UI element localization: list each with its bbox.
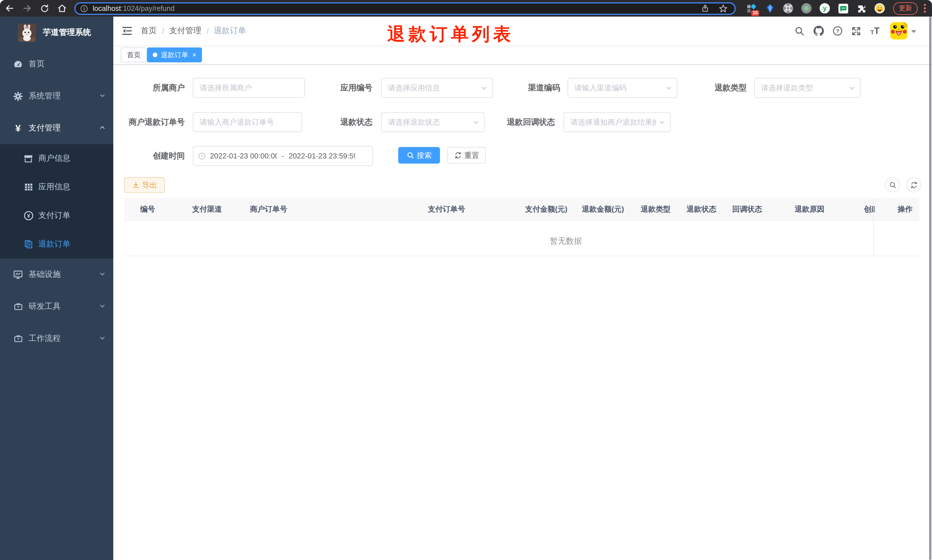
refresh-button[interactable] bbox=[906, 177, 921, 192]
browser-update-button[interactable]: 更新 bbox=[893, 2, 918, 15]
payment-submenu: 商户信息 应用信息 ¥ 支付订单 退款订单 bbox=[0, 144, 113, 258]
reload-icon[interactable] bbox=[40, 4, 49, 13]
breadcrumb-home[interactable]: 首页 bbox=[141, 26, 157, 36]
sidebar-menu: 首页 系统管理 ¥ 支付管理 商户信息 bbox=[0, 48, 113, 355]
breadcrumb-separator: / bbox=[206, 26, 209, 35]
sidebar-item-refund-order[interactable]: 退款订单 bbox=[0, 230, 113, 258]
empty-state-text: 暂无数据 bbox=[550, 234, 582, 248]
refund-status-select[interactable]: 请选择退款状态 bbox=[381, 112, 484, 132]
chevron-up-icon bbox=[99, 123, 106, 133]
export-button[interactable]: 导出 bbox=[124, 177, 165, 193]
reset-button[interactable]: 重置 bbox=[448, 147, 486, 164]
sidebar-item-payment[interactable]: ¥ 支付管理 bbox=[0, 112, 113, 144]
toggle-search-button[interactable] bbox=[885, 177, 900, 192]
user-avatar[interactable] bbox=[890, 22, 907, 40]
browser-menu-icon[interactable] bbox=[923, 3, 926, 13]
sidebar-item-label: 退款订单 bbox=[38, 239, 71, 249]
channel-select[interactable]: 请输入渠道编码 bbox=[568, 78, 677, 98]
export-button-label: 导出 bbox=[142, 180, 157, 190]
sidebar-item-infra[interactable]: 基础设施 bbox=[0, 258, 113, 291]
filter-label-merchant: 所属商户 bbox=[125, 78, 185, 98]
sidebar-item-label: 工作流程 bbox=[29, 334, 61, 344]
sidebar-toggle-icon[interactable] bbox=[121, 25, 133, 39]
monitor-chart-icon bbox=[12, 270, 23, 279]
callback-status-select[interactable]: 请选择通知商户退款结果的 bbox=[564, 112, 671, 132]
chevron-down-icon bbox=[472, 119, 480, 126]
filter-label-merchant-refund-no: 商户退款订单号 bbox=[119, 112, 185, 132]
search-icon[interactable] bbox=[790, 26, 809, 36]
window-scrollbar[interactable] bbox=[929, 17, 931, 560]
url-text[interactable]: localhost:1024/pay/refund bbox=[93, 4, 695, 12]
svg-text:¥: ¥ bbox=[27, 213, 30, 219]
share-icon[interactable] bbox=[701, 4, 709, 12]
merchant-select[interactable]: 请选择所属商户 bbox=[193, 78, 305, 98]
extension-emoji-icon[interactable] bbox=[874, 3, 885, 14]
browser-chrome: localhost:1024/pay/refund 10 y bbox=[0, 0, 932, 17]
browser-nav bbox=[5, 3, 67, 13]
column-header: 商户订单号 bbox=[250, 198, 287, 221]
forward-icon[interactable] bbox=[22, 3, 32, 13]
create-time-range-picker[interactable]: 2022-01-23 00:00:00 - 2022-01-23 23:59:5… bbox=[193, 146, 373, 166]
extension-chat-icon[interactable] bbox=[838, 3, 849, 14]
tab-home[interactable]: 首页 bbox=[121, 48, 147, 62]
search-button-label: 搜索 bbox=[417, 150, 432, 160]
sidebar-item-home[interactable]: 首页 bbox=[0, 48, 113, 80]
filter-label-app: 应用编号 bbox=[327, 78, 372, 98]
chevron-down-icon bbox=[99, 92, 106, 101]
github-icon[interactable] bbox=[809, 26, 828, 36]
sidebar-item-workflow[interactable]: 工作流程 bbox=[0, 323, 113, 355]
search-button[interactable]: 搜索 bbox=[398, 147, 440, 164]
filter-label-callback-status: 退款回调状态 bbox=[498, 112, 555, 132]
font-size-icon[interactable]: TT bbox=[866, 26, 884, 35]
extension-badge: 10 bbox=[751, 10, 759, 16]
extension-green-dot-icon[interactable] bbox=[801, 3, 812, 14]
extension-tiles-icon[interactable]: 10 bbox=[746, 3, 757, 14]
placeholder: 请选择退款类型 bbox=[761, 83, 846, 93]
column-header: 退款状态 bbox=[687, 198, 716, 221]
column-header: 支付金额(元) bbox=[525, 198, 567, 221]
fullscreen-icon[interactable] bbox=[847, 26, 866, 36]
sidebar-item-label: 商户信息 bbox=[38, 153, 71, 164]
tags-view-bar: 首页 退款订单 × bbox=[113, 45, 932, 65]
tab-refund-order[interactable]: 退款订单 × bbox=[147, 48, 202, 62]
sidebar-item-pay-order[interactable]: ¥ 支付订单 bbox=[0, 202, 113, 230]
sidebar-logo[interactable]: 芋道管理系统 bbox=[0, 17, 113, 48]
url-bar[interactable]: localhost:1024/pay/refund bbox=[74, 2, 736, 15]
reset-button-label: 重置 bbox=[464, 150, 479, 160]
breadcrumb-payment[interactable]: 支付管理 bbox=[169, 26, 201, 36]
search-icon bbox=[406, 152, 414, 159]
site-info-icon[interactable] bbox=[80, 4, 88, 12]
merchant-refund-no-input[interactable]: 请输入商户退款订单号 bbox=[193, 112, 302, 132]
sidebar-item-system[interactable]: 系统管理 bbox=[0, 80, 113, 112]
chevron-down-icon bbox=[99, 270, 106, 279]
column-header: 编号 bbox=[140, 198, 155, 221]
sidebar-item-label: 支付订单 bbox=[38, 211, 71, 221]
svg-text:?: ? bbox=[836, 28, 839, 34]
sidebar-item-merchant-info[interactable]: 商户信息 bbox=[0, 144, 113, 173]
column-header: 回调状态 bbox=[732, 198, 762, 221]
table-header: 编号 支付渠道 商户订单号 支付订单号 支付金额(元) 退款金额(元) 退款类型… bbox=[124, 198, 920, 221]
sidebar-item-label: 系统管理 bbox=[29, 91, 61, 101]
home-icon[interactable] bbox=[57, 3, 67, 13]
sidebar-item-dev-tools[interactable]: 研发工具 bbox=[0, 291, 113, 323]
documents-icon bbox=[23, 240, 34, 249]
close-icon[interactable]: × bbox=[192, 51, 196, 58]
shop-icon bbox=[23, 154, 34, 163]
extension-puzzle-icon[interactable] bbox=[856, 3, 867, 14]
sidebar-item-label: 研发工具 bbox=[29, 302, 61, 312]
caret-down-icon[interactable] bbox=[911, 26, 917, 36]
extension-command-icon[interactable] bbox=[783, 3, 794, 14]
app-select[interactable]: 请选择应用信息 bbox=[381, 78, 493, 98]
end-date-value[interactable]: 2022-01-23 23:59:59 bbox=[289, 152, 355, 160]
gear-icon bbox=[12, 91, 23, 101]
help-icon[interactable]: ? bbox=[828, 26, 847, 36]
bookmark-star-icon[interactable] bbox=[718, 4, 728, 13]
refund-type-select[interactable]: 请选择退款类型 bbox=[754, 78, 860, 98]
grid-icon bbox=[23, 183, 34, 192]
column-header: 退款原因 bbox=[795, 198, 824, 221]
back-icon[interactable] bbox=[5, 3, 14, 13]
start-date-value[interactable]: 2022-01-23 00:00:00 bbox=[210, 152, 277, 160]
extension-y-icon[interactable]: y bbox=[819, 3, 830, 14]
sidebar-item-app-info[interactable]: 应用信息 bbox=[0, 173, 113, 202]
extension-gem-icon[interactable] bbox=[764, 3, 775, 14]
